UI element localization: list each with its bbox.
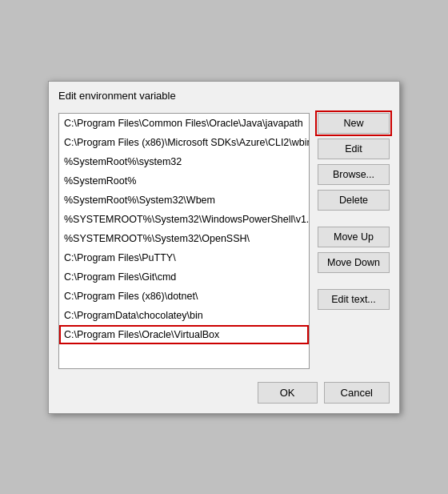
edit-button[interactable]: Edit — [318, 139, 390, 159]
list-item[interactable]: %SystemRoot% — [59, 171, 309, 191]
action-buttons: New Edit Browse... Delete Move Up Move D… — [318, 113, 390, 369]
dialog-title: Edit environment variable — [49, 82, 399, 106]
delete-button[interactable]: Delete — [318, 190, 390, 211]
ok-button[interactable]: OK — [258, 382, 318, 404]
edit-text-button[interactable]: Edit text... — [318, 289, 390, 310]
new-button[interactable]: New — [318, 113, 390, 134]
list-item[interactable]: C:\Program Files (x86)\Microsoft SDKs\Az… — [59, 133, 309, 152]
list-item[interactable]: %SystemRoot%\System32\Wbem — [59, 191, 309, 210]
browse-button[interactable]: Browse... — [318, 164, 390, 185]
list-item[interactable]: %SYSTEMROOT%\System32\OpenSSH\ — [59, 229, 309, 248]
edit-env-var-dialog: Edit environment variable C:\Program Fil… — [48, 81, 400, 414]
list-item[interactable]: C:\Program Files\Oracle\VirtualBox — [59, 325, 309, 344]
move-down-button[interactable]: Move Down — [318, 252, 390, 273]
list-item[interactable]: C:\Program Files\PuTTY\ — [59, 248, 309, 267]
spacer2 — [318, 278, 390, 284]
dialog-body: C:\Program Files\Common Files\Oracle\Jav… — [49, 106, 399, 376]
cancel-button[interactable]: Cancel — [324, 382, 390, 404]
list-item[interactable]: %SystemRoot%\system32 — [59, 152, 309, 171]
list-item[interactable]: C:\Program Files\Git\cmd — [59, 267, 309, 287]
move-up-button[interactable]: Move Up — [318, 227, 390, 247]
list-item[interactable]: C:\Program Files (x86)\dotnet\ — [59, 287, 309, 306]
dialog-footer: OK Cancel — [49, 376, 399, 413]
list-item[interactable]: C:\ProgramData\chocolatey\bin — [59, 306, 309, 325]
env-var-list[interactable]: C:\Program Files\Common Files\Oracle\Jav… — [58, 113, 310, 369]
list-item[interactable]: %SYSTEMROOT%\System32\WindowsPowerShell\… — [59, 210, 309, 229]
spacer1 — [318, 215, 390, 222]
list-item[interactable]: C:\Program Files\Common Files\Oracle\Jav… — [59, 114, 309, 133]
